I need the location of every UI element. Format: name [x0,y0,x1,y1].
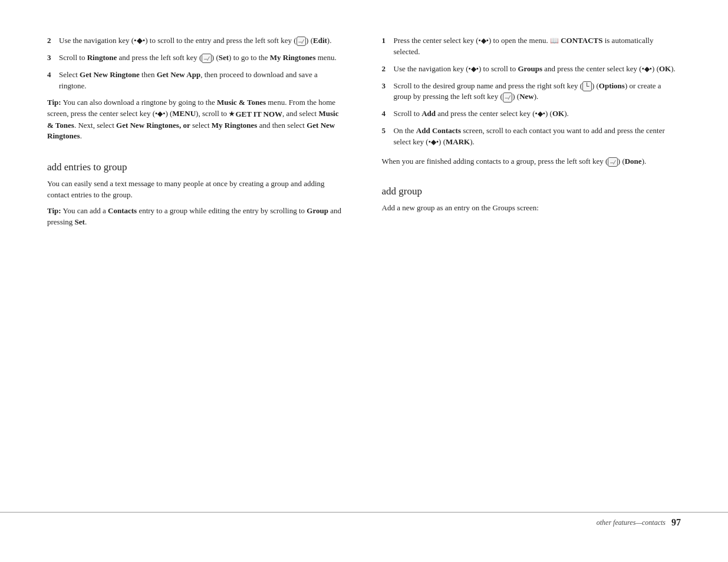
add-group-heading: add group [382,185,681,198]
nav-key-icon-r5: •◆• [429,138,439,146]
nav-key-icon: •◆• [134,36,145,45]
nav-key-icon-r2b: •◆• [642,65,652,73]
right-item-content-2: Use the navigation key (•◆•) to scroll t… [394,64,681,75]
footer-label: other features—contacts [597,518,666,527]
done-key: –/ [608,157,618,167]
item-content-3: Scroll to Ringtone and press the left so… [59,52,347,64]
nav-key-icon-r2: •◆• [469,65,479,73]
left-item-3: 3 Scroll to Ringtone and press the left … [47,52,347,64]
edit-label: Edit [313,36,327,45]
menu-label: MENU [172,109,196,118]
tip-label: Tip: [47,98,61,107]
contacts-label-tip: Contacts [108,206,137,215]
left-item-4: 4 Select Get New Ringtone then Get New A… [47,70,347,92]
add-entries-heading: add entries to group [47,161,347,174]
get-new-ringtones-label2: Get New Ringtones [47,121,335,141]
edit-key: –/ [297,37,307,46]
page-container: 2 Use the navigation key (•◆•) to scroll… [0,0,728,562]
right-item-number-2: 2 [382,64,394,75]
get-new-ringtone-label: Get New Ringtone [80,70,140,79]
add-entries-tip: Tip: You can add a Contacts entry to a g… [47,206,347,228]
contacts-auto-label: CONTACTS [561,36,602,45]
item-number-2: 2 [47,35,59,47]
right-item-4: 4 Scroll to Add and press the center sel… [382,108,681,120]
get-new-ringtones-label: Get New Ringtones, [116,121,181,130]
nav-key-icon-2: •◆• [155,110,165,118]
get-it-now-label: GET IT NOW [235,109,282,120]
set-label: Set [219,53,229,62]
right-item-content-1: Press the center select key (•◆•) to ope… [394,35,681,58]
music-tones-label: Music & Tones [217,98,266,107]
groups-label-r2: Groups [518,64,542,73]
item-number-3: 3 [47,52,59,64]
footer-page-number: 97 [671,517,681,528]
right-item-number-5: 5 [382,125,394,148]
left-tip: Tip: You can also download a ringtone by… [47,97,347,142]
left-column: 2 Use the navigation key (•◆•) to scroll… [47,35,347,527]
get-it-now-icon-group: ★ GET IT NOW [229,109,282,120]
right-item-content-5: On the Add Contacts screen, scroll to ea… [394,125,681,148]
finished-text: When you are finished adding contacts to… [382,156,681,167]
get-it-now-icon: ★ [229,110,235,119]
set-key: –/ [202,54,212,63]
nav-key-icon-r4: •◆• [535,110,545,118]
right-item-number-3: 3 [382,81,394,103]
add-label-r4: Add [421,109,436,118]
item-content-4: Select Get New Ringtone then Get New App… [59,70,347,92]
ringtone-label: Ringtone [87,53,117,62]
add-contacts-label-r5: Add Contacts [416,126,461,135]
item-content-2: Use the navigation key (•◆•) to scroll t… [59,35,347,47]
add-group-body: Add a new group as an entry on the Group… [382,203,681,214]
group-label-tip: Group [307,206,328,215]
right-item-number-4: 4 [382,108,394,120]
ok-label-r4: OK [552,109,564,118]
add-entries-body: You can easily send a text message to ma… [47,178,347,201]
my-ringtones-label2: My Ringtones [212,121,258,130]
get-new-app-label: Get New App [157,70,200,79]
contacts-book-icon: 📖 [550,37,559,45]
my-ringtones-label: My Ringtones [270,53,316,62]
right-item-3: 3 Scroll to the desired group name and p… [382,81,681,103]
done-label: Done [625,157,642,166]
right-item-number-1: 1 [382,35,394,58]
new-key-r3: –/ [503,92,513,102]
right-item-content-4: Scroll to Add and press the center selec… [394,108,681,120]
right-column: 1 Press the center select key (•◆•) to o… [382,35,681,527]
new-label-r3: New [519,92,534,101]
mark-label-r5: MARK [446,137,470,146]
right-item-2: 2 Use the navigation key (•◆•) to scroll… [382,64,681,75]
add-entries-tip-label: Tip: [47,206,61,215]
set-label-tip: Set [75,217,85,226]
or-label: or [183,121,190,130]
ok-label-r2: OK [659,64,671,73]
options-label-r3: Options [599,81,625,90]
right-item-5: 5 On the Add Contacts screen, scroll to … [382,125,681,148]
options-key-r3: └ [582,81,592,91]
nav-key-icon-r1: •◆• [479,37,489,45]
right-item-content-3: Scroll to the desired group name and pre… [394,81,681,103]
item-number-4: 4 [47,70,59,92]
right-item-1: 1 Press the center select key (•◆•) to o… [382,35,681,58]
footer: other features—contacts 97 [0,512,728,528]
left-item-2: 2 Use the navigation key (•◆•) to scroll… [47,35,347,47]
